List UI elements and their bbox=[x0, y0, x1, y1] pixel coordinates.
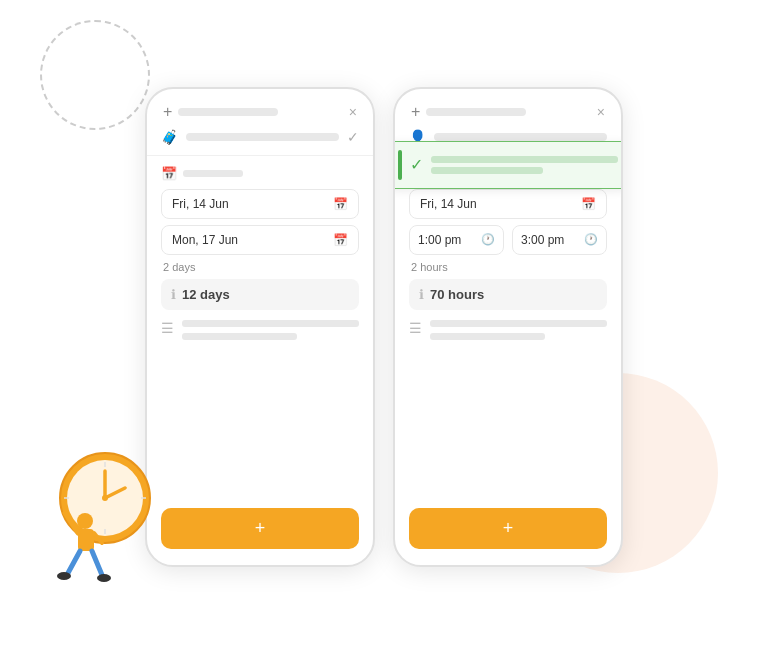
left-cal-label-bar bbox=[183, 170, 243, 177]
clock-illustration-svg bbox=[30, 433, 160, 593]
left-assignment-field: 🧳 ✓ bbox=[161, 129, 359, 145]
right-duration: 2 hours bbox=[409, 261, 607, 273]
success-toast: ✓ bbox=[393, 141, 623, 189]
bg-circle-left bbox=[40, 20, 150, 130]
left-phone: + × 🧳 ✓ 📅 bbox=[145, 87, 375, 567]
right-phone-footer: + bbox=[395, 498, 621, 565]
right-end-time: 3:00 pm bbox=[521, 233, 564, 247]
right-note-line-2 bbox=[430, 333, 545, 340]
left-header-bar bbox=[178, 108, 278, 116]
svg-line-13 bbox=[68, 551, 80, 573]
right-header-bar bbox=[426, 108, 526, 116]
left-start-cal-icon: 📅 bbox=[333, 197, 348, 211]
right-close-icon[interactable]: × bbox=[597, 104, 605, 120]
svg-point-16 bbox=[97, 574, 111, 582]
left-phone-body: 🧳 ✓ 📅 Fri, 14 Jun 📅 bbox=[147, 129, 373, 498]
left-end-cal-icon: 📅 bbox=[333, 233, 348, 247]
left-phone-header: + × bbox=[147, 89, 373, 129]
left-info-row: ℹ 12 days bbox=[161, 279, 359, 310]
left-header-left: + bbox=[163, 103, 278, 121]
left-info-icon: ℹ bbox=[171, 287, 176, 302]
right-start-date: Fri, 14 Jun bbox=[420, 197, 477, 211]
right-end-time-icon: 🕐 bbox=[584, 233, 598, 246]
right-note-line-1 bbox=[430, 320, 607, 327]
right-note-icon: ☰ bbox=[409, 320, 422, 336]
right-start-time: 1:00 pm bbox=[418, 233, 461, 247]
right-time-row: 1:00 pm 🕐 3:00 pm 🕐 bbox=[409, 225, 607, 255]
toast-line-2 bbox=[431, 167, 543, 174]
right-phone: ✓ + × 👤 bbox=[393, 87, 623, 567]
scene: ✦ + × 🧳 ✓ bbox=[0, 0, 768, 653]
left-check-icon: ✓ bbox=[347, 129, 359, 145]
right-note-lines bbox=[430, 320, 607, 340]
right-info-row: ℹ 70 hours bbox=[409, 279, 607, 310]
right-phone-header: + × bbox=[395, 89, 621, 129]
svg-point-9 bbox=[77, 513, 93, 529]
left-phone-plus[interactable]: + bbox=[163, 103, 172, 121]
right-start-time-field[interactable]: 1:00 pm 🕐 bbox=[409, 225, 504, 255]
toast-check-icon: ✓ bbox=[410, 155, 423, 174]
left-note-section: ☰ bbox=[161, 320, 359, 484]
right-info-icon: ℹ bbox=[419, 287, 424, 302]
left-note-lines bbox=[182, 320, 359, 340]
right-start-cal-icon: 📅 bbox=[581, 197, 596, 211]
toast-bar bbox=[398, 150, 402, 180]
left-end-date: Mon, 17 Jun bbox=[172, 233, 238, 247]
left-info-value: 12 days bbox=[182, 287, 230, 302]
right-end-time-field[interactable]: 3:00 pm 🕐 bbox=[512, 225, 607, 255]
right-add-button[interactable]: + bbox=[409, 508, 607, 549]
left-separator bbox=[147, 155, 373, 156]
right-field-bar bbox=[434, 133, 607, 141]
right-info-value: 70 hours bbox=[430, 287, 484, 302]
right-phone-plus[interactable]: + bbox=[411, 103, 420, 121]
left-field-bar bbox=[186, 133, 339, 141]
svg-point-4 bbox=[102, 495, 108, 501]
svg-line-14 bbox=[92, 551, 102, 575]
left-note-line-2 bbox=[182, 333, 297, 340]
left-duration: 2 days bbox=[161, 261, 359, 273]
left-cal-icon: 📅 bbox=[161, 166, 177, 181]
right-start-time-icon: 🕐 bbox=[481, 233, 495, 246]
left-note-line-1 bbox=[182, 320, 359, 327]
right-add-icon: + bbox=[503, 518, 514, 539]
left-briefcase-icon: 🧳 bbox=[161, 129, 178, 145]
left-calendar-section: 📅 Fri, 14 Jun 📅 Mon, 17 Jun 📅 2 days ℹ bbox=[161, 166, 359, 310]
left-cal-header: 📅 bbox=[161, 166, 359, 181]
left-add-icon: + bbox=[255, 518, 266, 539]
clock-figure bbox=[30, 433, 160, 593]
toast-lines bbox=[431, 156, 618, 174]
left-end-date-field[interactable]: Mon, 17 Jun 📅 bbox=[161, 225, 359, 255]
left-note-icon: ☰ bbox=[161, 320, 174, 336]
right-note-section: ☰ bbox=[409, 320, 607, 484]
left-start-date-field[interactable]: Fri, 14 Jun 📅 bbox=[161, 189, 359, 219]
svg-point-15 bbox=[57, 572, 71, 580]
left-start-date: Fri, 14 Jun bbox=[172, 197, 229, 211]
right-header-left: + bbox=[411, 103, 526, 121]
right-start-date-field[interactable]: Fri, 14 Jun 📅 bbox=[409, 189, 607, 219]
phones-container: + × 🧳 ✓ 📅 bbox=[145, 87, 623, 567]
left-phone-footer: + bbox=[147, 498, 373, 565]
toast-line-1 bbox=[431, 156, 618, 163]
left-close-icon[interactable]: × bbox=[349, 104, 357, 120]
left-add-button[interactable]: + bbox=[161, 508, 359, 549]
